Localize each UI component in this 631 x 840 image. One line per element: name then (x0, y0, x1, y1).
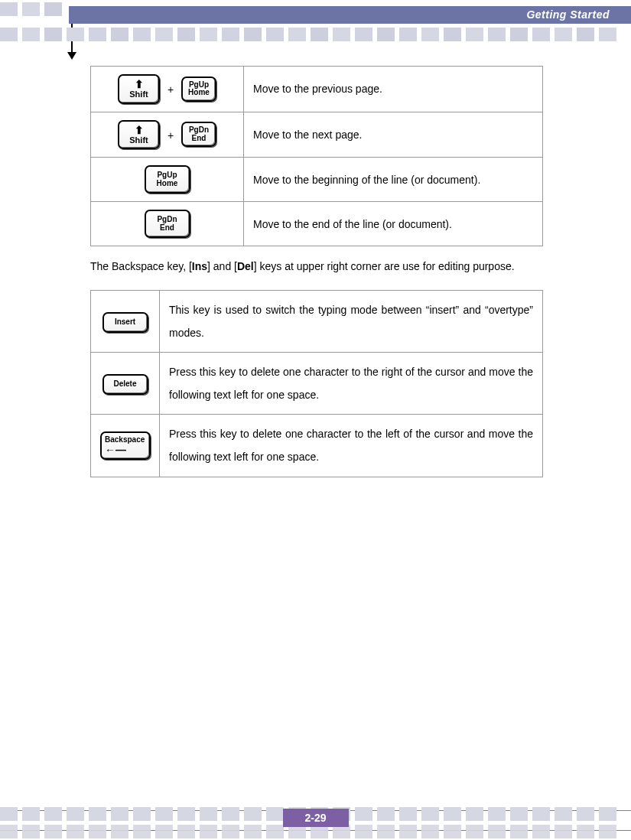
table-row: ⬆ Shift + PgUp Home Move to the previous… (91, 67, 543, 112)
key-cell: PgDn End (91, 202, 244, 246)
shift-key-icon: ⬆ Shift (118, 74, 160, 104)
table-row: Insert This key is used to switch the ty… (91, 290, 543, 352)
key-description: Move to the end of the line (or document… (244, 202, 543, 246)
key-cell: Backspace ←— (91, 415, 160, 477)
key-cell: PgUp Home (91, 158, 244, 202)
plus-separator: + (168, 78, 174, 101)
decor-squares-top2 (0, 28, 631, 43)
table-row: PgUp Home Move to the beginning of the l… (91, 158, 543, 202)
header-bar: Getting Started (69, 6, 631, 24)
table-row: Delete Press this key to delete one char… (91, 353, 543, 415)
navigation-keys-table: ⬆ Shift + PgUp Home Move to the previous… (90, 66, 543, 246)
shift-key-icon: ⬆ Shift (118, 120, 160, 150)
table-row: ⬆ Shift + PgDn End Move to the next page… (91, 112, 543, 158)
pgup-home-key-icon: PgUp Home (145, 165, 190, 194)
key-description: Move to the previous page. (244, 67, 543, 112)
key-combo-cell: ⬆ Shift + PgDn End (91, 112, 244, 158)
key-cell: Delete (91, 353, 160, 415)
pgdn-end-key-icon: PgDn End (145, 210, 190, 238)
body-paragraph: The Backspace key, [Ins] and [Del] keys … (90, 254, 543, 279)
insert-key-icon: Insert (102, 312, 148, 333)
key-description: Press this key to delete one character t… (160, 415, 543, 477)
key-description: Press this key to delete one character t… (160, 353, 543, 415)
top-decor: Getting Started (0, 0, 631, 50)
footer-decor: 2-29 (0, 794, 631, 840)
table-row: PgDn End Move to the end of the line (or… (91, 202, 543, 246)
table-row: Backspace ←— Press this key to delete on… (91, 415, 543, 477)
delete-key-icon: Delete (102, 374, 148, 395)
key-description: Move to the beginning of the line (or do… (244, 158, 543, 202)
key-combo-cell: ⬆ Shift + PgUp Home (91, 67, 244, 112)
plus-separator: + (168, 124, 174, 147)
editing-keys-table: Insert This key is used to switch the ty… (90, 290, 543, 477)
page-number: 2-29 (283, 809, 349, 827)
header-title: Getting Started (526, 8, 610, 21)
key-description: Move to the next page. (244, 112, 543, 158)
decor-squares-bottom2 (0, 825, 631, 840)
pgdn-end-key-icon: PgDn End (181, 122, 216, 147)
pgup-home-key-icon: PgUp Home (181, 77, 216, 102)
key-description: This key is used to switch the typing mo… (160, 290, 543, 352)
key-cell: Insert (91, 290, 160, 352)
backspace-key-icon: Backspace ←— (100, 431, 151, 460)
